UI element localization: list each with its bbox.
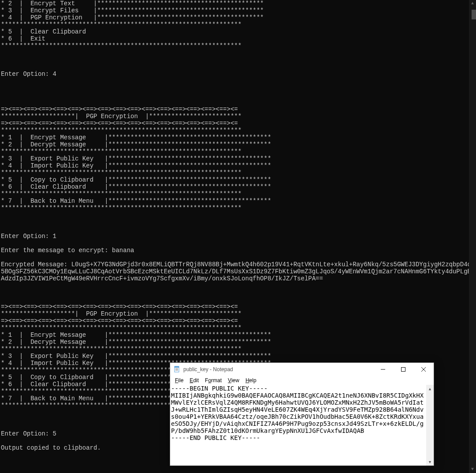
terminal-scrollbar[interactable]: ▲ ▼ [469,0,476,473]
scroll-down-icon[interactable]: ▼ [469,466,476,473]
svg-rect-1 [175,366,179,368]
np-scroll-up-icon[interactable]: ▲ [426,385,434,392]
svg-rect-6 [402,368,405,372]
notepad-icon [174,366,181,373]
close-button[interactable] [413,363,434,376]
scrollbar-thumb[interactable] [472,10,476,19]
notepad-menubar: File Edit Format View Help [170,376,434,385]
menu-edit[interactable]: Edit [186,377,202,384]
maximize-button[interactable] [393,363,413,376]
notepad-titlebar[interactable]: public_key - Notepad [170,363,434,376]
notepad-text[interactable]: -----BEGIN PUBLIC KEY----- MIIBIjANBgkqh… [171,385,425,441]
scroll-up-icon[interactable]: ▲ [469,0,476,7]
menu-format[interactable]: Format [202,377,225,384]
notepad-window[interactable]: public_key - Notepad File Edit Format Vi… [170,362,434,466]
np-scroll-down-icon[interactable]: ▼ [426,458,434,466]
menu-file[interactable]: File [172,377,186,384]
minimize-button[interactable] [373,363,393,376]
notepad-title: public_key - Notepad [183,366,373,373]
notepad-content[interactable]: -----BEGIN PUBLIC KEY----- MIIBIjANBgkqh… [170,385,434,466]
menu-help[interactable]: Help [242,377,260,384]
menu-view[interactable]: View [225,377,242,384]
notepad-scrollbar[interactable]: ▲ ▼ [426,385,434,466]
